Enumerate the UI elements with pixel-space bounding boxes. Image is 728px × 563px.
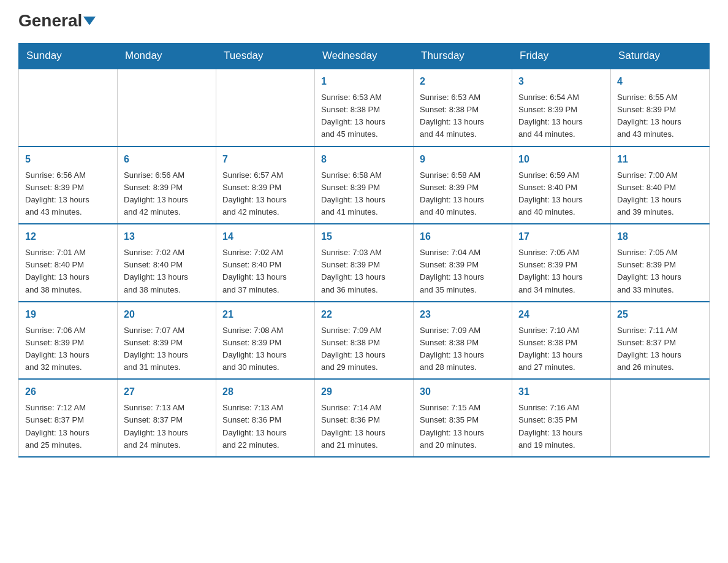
day-number: 22 [321,307,407,322]
calendar-cell: 12Sunrise: 7:01 AM Sunset: 8:40 PM Dayli… [19,224,118,302]
calendar-cell: 10Sunrise: 6:59 AM Sunset: 8:40 PM Dayli… [512,147,611,224]
logo-arrow-icon [83,17,96,25]
calendar-cell: 26Sunrise: 7:12 AM Sunset: 8:37 PM Dayli… [19,379,118,457]
calendar-cell: 18Sunrise: 7:05 AM Sunset: 8:39 PM Dayli… [611,224,710,302]
weekday-header-tuesday: Tuesday [216,44,315,69]
day-number: 28 [222,385,308,399]
weekday-header-thursday: Thursday [414,44,512,69]
day-info: Sunrise: 6:56 AM Sunset: 8:39 PM Dayligh… [124,169,210,219]
calendar-cell: 30Sunrise: 7:15 AM Sunset: 8:35 PM Dayli… [414,379,512,457]
day-number: 26 [25,385,111,399]
weekday-header-sunday: Sunday [19,44,118,69]
calendar-cell: 20Sunrise: 7:07 AM Sunset: 8:39 PM Dayli… [118,302,216,380]
calendar-week-4: 19Sunrise: 7:06 AM Sunset: 8:39 PM Dayli… [19,302,710,380]
calendar-cell: 3Sunrise: 6:54 AM Sunset: 8:39 PM Daylig… [512,69,611,147]
day-info: Sunrise: 7:15 AM Sunset: 8:35 PM Dayligh… [420,402,506,451]
calendar-cell: 9Sunrise: 6:58 AM Sunset: 8:39 PM Daylig… [414,147,512,224]
calendar-cell: 6Sunrise: 6:56 AM Sunset: 8:39 PM Daylig… [118,147,216,224]
day-info: Sunrise: 7:09 AM Sunset: 8:38 PM Dayligh… [321,324,407,374]
day-info: Sunrise: 6:59 AM Sunset: 8:40 PM Dayligh… [518,169,604,219]
day-info: Sunrise: 6:54 AM Sunset: 8:39 PM Dayligh… [518,91,604,141]
calendar-cell: 29Sunrise: 7:14 AM Sunset: 8:36 PM Dayli… [315,379,414,457]
day-info: Sunrise: 7:16 AM Sunset: 8:35 PM Dayligh… [518,402,604,451]
day-number: 17 [518,229,604,244]
day-number: 9 [420,152,506,167]
day-info: Sunrise: 7:13 AM Sunset: 8:36 PM Dayligh… [222,402,308,451]
calendar-cell: 17Sunrise: 7:05 AM Sunset: 8:39 PM Dayli… [512,224,611,302]
calendar-cell: 31Sunrise: 7:16 AM Sunset: 8:35 PM Dayli… [512,379,611,457]
logo-general-text: General [18,11,82,30]
day-number: 21 [222,307,308,322]
day-number: 7 [222,152,308,167]
day-number: 14 [222,229,308,244]
day-number: 11 [617,152,703,167]
day-info: Sunrise: 6:53 AM Sunset: 8:38 PM Dayligh… [321,91,407,141]
day-info: Sunrise: 7:01 AM Sunset: 8:40 PM Dayligh… [25,247,111,296]
day-info: Sunrise: 7:11 AM Sunset: 8:37 PM Dayligh… [617,324,703,374]
day-number: 12 [25,229,111,244]
calendar-cell: 2Sunrise: 6:53 AM Sunset: 8:38 PM Daylig… [414,69,512,147]
calendar-week-5: 26Sunrise: 7:12 AM Sunset: 8:37 PM Dayli… [19,379,710,457]
day-number: 5 [25,152,111,167]
calendar-cell: 22Sunrise: 7:09 AM Sunset: 8:38 PM Dayli… [315,302,414,380]
calendar-cell: 1Sunrise: 6:53 AM Sunset: 8:38 PM Daylig… [315,69,414,147]
calendar-cell: 25Sunrise: 7:11 AM Sunset: 8:37 PM Dayli… [611,302,710,380]
day-info: Sunrise: 7:14 AM Sunset: 8:36 PM Dayligh… [321,402,407,451]
day-number: 20 [124,307,210,322]
day-number: 15 [321,229,407,244]
calendar-cell: 16Sunrise: 7:04 AM Sunset: 8:39 PM Dayli… [414,224,512,302]
day-info: Sunrise: 7:04 AM Sunset: 8:39 PM Dayligh… [420,247,506,296]
day-number: 25 [617,307,703,322]
day-info: Sunrise: 6:56 AM Sunset: 8:39 PM Dayligh… [25,169,111,219]
day-number: 16 [420,229,506,244]
day-number: 29 [321,385,407,399]
day-info: Sunrise: 7:08 AM Sunset: 8:39 PM Dayligh… [222,324,308,374]
day-info: Sunrise: 6:53 AM Sunset: 8:38 PM Dayligh… [420,91,506,141]
day-info: Sunrise: 7:00 AM Sunset: 8:40 PM Dayligh… [617,169,703,219]
calendar-cell: 27Sunrise: 7:13 AM Sunset: 8:37 PM Dayli… [118,379,216,457]
day-number: 30 [420,385,506,399]
day-info: Sunrise: 7:03 AM Sunset: 8:39 PM Dayligh… [321,247,407,296]
calendar-week-3: 12Sunrise: 7:01 AM Sunset: 8:40 PM Dayli… [19,224,710,302]
day-info: Sunrise: 6:58 AM Sunset: 8:39 PM Dayligh… [321,169,407,219]
weekday-header-wednesday: Wednesday [315,44,414,69]
day-number: 27 [124,385,210,399]
day-info: Sunrise: 6:55 AM Sunset: 8:39 PM Dayligh… [617,91,703,141]
day-info: Sunrise: 6:57 AM Sunset: 8:39 PM Dayligh… [222,169,308,219]
day-number: 24 [518,307,604,322]
day-number: 19 [25,307,111,322]
calendar-cell: 4Sunrise: 6:55 AM Sunset: 8:39 PM Daylig… [611,69,710,147]
day-number: 23 [420,307,506,322]
day-number: 31 [518,385,604,399]
calendar-cell: 14Sunrise: 7:02 AM Sunset: 8:40 PM Dayli… [216,224,315,302]
day-number: 10 [518,152,604,167]
day-number: 3 [518,74,604,89]
calendar-cell: 5Sunrise: 6:56 AM Sunset: 8:39 PM Daylig… [19,147,118,224]
calendar-cell: 23Sunrise: 7:09 AM Sunset: 8:38 PM Dayli… [414,302,512,380]
weekday-header-friday: Friday [512,44,611,69]
logo-top: General [18,12,96,29]
day-info: Sunrise: 7:05 AM Sunset: 8:39 PM Dayligh… [518,247,604,296]
day-info: Sunrise: 7:12 AM Sunset: 8:37 PM Dayligh… [25,402,111,451]
calendar-cell: 21Sunrise: 7:08 AM Sunset: 8:39 PM Dayli… [216,302,315,380]
day-number: 18 [617,229,703,244]
calendar-cell [611,379,710,457]
page-header: General [18,12,710,31]
day-number: 13 [124,229,210,244]
calendar-cell: 19Sunrise: 7:06 AM Sunset: 8:39 PM Dayli… [19,302,118,380]
calendar-cell: 8Sunrise: 6:58 AM Sunset: 8:39 PM Daylig… [315,147,414,224]
day-info: Sunrise: 7:02 AM Sunset: 8:40 PM Dayligh… [222,247,308,296]
calendar-cell: 28Sunrise: 7:13 AM Sunset: 8:36 PM Dayli… [216,379,315,457]
weekday-header-monday: Monday [118,44,216,69]
day-info: Sunrise: 7:13 AM Sunset: 8:37 PM Dayligh… [124,402,210,451]
calendar-cell [216,69,315,147]
day-number: 2 [420,74,506,89]
day-number: 1 [321,74,407,89]
calendar-cell: 11Sunrise: 7:00 AM Sunset: 8:40 PM Dayli… [611,147,710,224]
day-info: Sunrise: 7:02 AM Sunset: 8:40 PM Dayligh… [124,247,210,296]
calendar-cell: 13Sunrise: 7:02 AM Sunset: 8:40 PM Dayli… [118,224,216,302]
calendar-cell [19,69,118,147]
day-info: Sunrise: 7:09 AM Sunset: 8:38 PM Dayligh… [420,324,506,374]
day-info: Sunrise: 7:10 AM Sunset: 8:38 PM Dayligh… [518,324,604,374]
day-info: Sunrise: 7:05 AM Sunset: 8:39 PM Dayligh… [617,247,703,296]
